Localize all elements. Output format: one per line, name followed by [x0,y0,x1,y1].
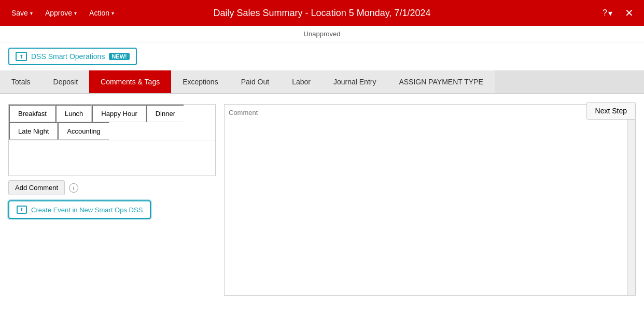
tab-assign-payment[interactable]: ASSIGN PAYMENT TYPE [387,70,494,93]
page-title: Daily Sales Summary - Location 5 Monday,… [214,8,431,19]
tags-textarea[interactable] [8,140,216,176]
action-button[interactable]: Action ▾ [84,6,119,20]
next-step-button[interactable]: Next Step [586,102,636,120]
tab-comments-tags[interactable]: Comments & Tags [89,70,171,93]
smart-ops-label: DSS Smart Operations [31,52,105,61]
tab-deposit[interactable]: Deposit [42,70,89,93]
action-caret-icon: ▾ [111,10,114,16]
close-icon: ✕ [625,7,634,19]
comment-scrollbar [627,105,635,295]
new-badge: NEW! [109,53,129,60]
tab-journal-entry[interactable]: Journal Entry [322,70,387,93]
smart-ops-banner: ⬆ DSS Smart Operations NEW! [0,42,644,70]
tab-totals[interactable]: Totals [0,70,42,93]
right-panel [224,104,636,296]
meal-tab-happy-hour[interactable]: Happy Hour [92,105,146,122]
comment-box [224,104,636,296]
tab-labor[interactable]: Labor [281,70,322,93]
panels: Breakfast Lunch Happy Hour Dinner Late N… [8,104,636,296]
approve-button[interactable]: Approve ▾ [40,6,82,20]
action-label: Action [89,9,109,17]
save-button[interactable]: Save ▾ [6,6,38,20]
add-comment-section: Add Comment i [8,180,216,195]
tab-paid-out[interactable]: Paid Out [230,70,281,93]
add-comment-button[interactable]: Add Comment [8,180,65,195]
status-bar: Unapproved [0,26,644,42]
meal-tabs-row2: Late Night Accounting [8,122,216,140]
help-icon: ? [603,8,607,18]
content-area: Next Step Breakfast Lunch Happy Hour Din… [0,94,644,304]
create-event-icon: ⬆ [17,206,27,214]
meal-tabs-row1: Breakfast Lunch Happy Hour Dinner [8,104,216,122]
toolbar: Save ▾ Approve ▾ Action ▾ Daily Sales Su… [0,0,644,26]
close-button[interactable]: ✕ [621,5,638,21]
info-icon: i [69,183,78,193]
status-text: Unapproved [304,30,341,38]
toolbar-right: ? ▾ ✕ [598,5,638,21]
create-event-label: Create Event in New Smart Ops DSS [31,206,143,214]
meal-tab-late-night[interactable]: Late Night [9,122,58,140]
smart-ops-button[interactable]: ⬆ DSS Smart Operations NEW! [8,48,137,65]
approve-label: Approve [45,9,72,17]
meal-tab-breakfast[interactable]: Breakfast [9,105,55,122]
smart-ops-icon: ⬆ [16,52,27,61]
help-caret-icon: ▾ [608,8,612,18]
approve-caret-icon: ▾ [74,10,77,16]
meal-tab-lunch[interactable]: Lunch [55,105,92,122]
toolbar-left: Save ▾ Approve ▾ Action ▾ [6,6,119,20]
comment-textarea[interactable] [225,105,627,295]
help-button[interactable]: ? ▾ [598,5,617,21]
create-event-button[interactable]: ⬆ Create Event in New Smart Ops DSS [8,200,151,219]
left-panel: Breakfast Lunch Happy Hour Dinner Late N… [8,104,216,296]
meal-tab-dinner[interactable]: Dinner [146,105,184,122]
save-label: Save [11,9,28,17]
tab-exceptions[interactable]: Exceptions [171,70,229,93]
nav-tabs: Totals Deposit Comments & Tags Exception… [0,70,644,94]
meal-tab-accounting[interactable]: Accounting [58,122,108,140]
save-caret-icon: ▾ [30,10,33,16]
